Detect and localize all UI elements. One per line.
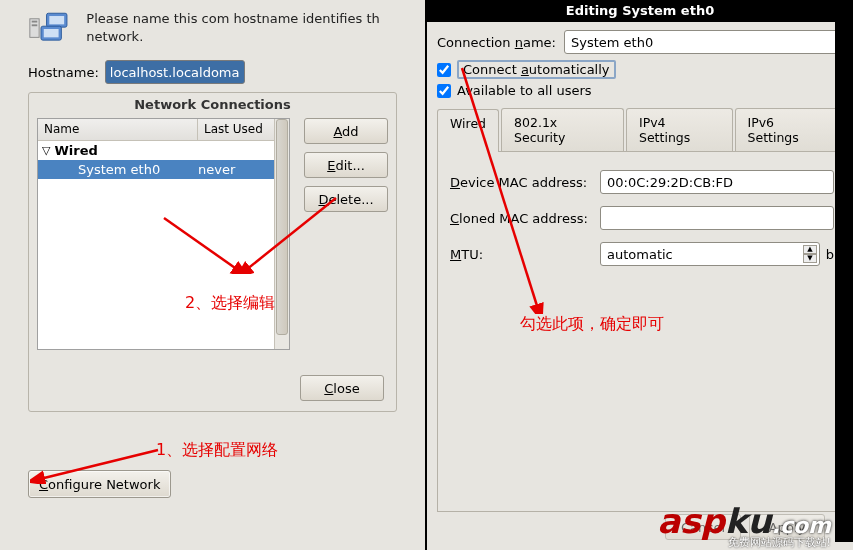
spin-down-icon[interactable]: ▼ (803, 254, 816, 263)
close-button[interactable]: Close (300, 375, 384, 401)
scrollbar[interactable] (274, 119, 289, 349)
network-hosts-icon (28, 10, 74, 48)
info-row: Please name this com hostname identifies… (0, 0, 425, 56)
add-button[interactable]: Add (304, 118, 388, 144)
tab-ipv6[interactable]: IPv6 Settings (735, 108, 842, 151)
mtu-label: MTU: (450, 247, 600, 262)
connection-name-input[interactable] (564, 30, 843, 54)
tab-ipv4[interactable]: IPv4 Settings (626, 108, 733, 151)
svg-rect-2 (32, 24, 38, 26)
row-name: System eth0 (38, 162, 198, 177)
cloned-mac-label: Cloned MAC address: (450, 211, 600, 226)
tab-8021x[interactable]: 802.1x Security (501, 108, 624, 151)
delete-button[interactable]: Delete... (304, 186, 388, 212)
hostname-row: Hostname: (0, 56, 425, 90)
mtu-value: automatic (607, 247, 673, 262)
avail-all-checkbox[interactable] (437, 84, 451, 98)
connect-auto-checkbox[interactable] (437, 63, 451, 77)
svg-rect-1 (32, 21, 38, 23)
hostname-label: Hostname: (28, 65, 99, 80)
header-last-used: Last Used (198, 119, 274, 140)
spin-up-icon[interactable]: ▲ (803, 245, 816, 254)
network-connections-dialog: Network Connections Name Last Used ▽ Wir… (28, 92, 397, 412)
connection-name-label: Connection name: (437, 35, 556, 50)
edit-connection-dialog: Editing System eth0 Connection name: Con… (425, 0, 853, 550)
configure-network-button[interactable]: Configure Network (28, 470, 171, 498)
mtu-unit: b (826, 247, 834, 262)
connection-list[interactable]: Name Last Used ▽ Wired System eth0 never (37, 118, 290, 350)
svg-rect-4 (49, 16, 64, 24)
triangle-down-icon: ▽ (42, 144, 50, 157)
cloned-mac-input[interactable] (600, 206, 834, 230)
edit-button[interactable]: Edit... (304, 152, 388, 178)
info-text: Please name this com hostname identifies… (86, 10, 415, 45)
connection-name-row: Connection name: (427, 22, 853, 58)
connection-row-selected[interactable]: System eth0 never (38, 160, 274, 179)
svg-rect-6 (44, 29, 59, 37)
avail-all-label: Available to all users (457, 83, 592, 98)
header-name: Name (38, 119, 198, 140)
device-mac-input[interactable] (600, 170, 834, 194)
nc-title: Network Connections (29, 93, 396, 118)
hostname-input[interactable] (105, 60, 245, 84)
row-lastused: never (198, 162, 274, 177)
wired-tabpage: Device MAC address: Cloned MAC address: … (437, 152, 843, 512)
tab-wired[interactable]: Wired (437, 109, 499, 152)
tabs: Wired 802.1x Security IPv4 Settings IPv6… (437, 108, 843, 152)
watermark: aspku.com 免费网站源码下载站! (657, 501, 831, 550)
group-wired[interactable]: ▽ Wired (38, 141, 274, 160)
dialog-title: Editing System eth0 (427, 0, 853, 22)
black-border (835, 12, 853, 542)
mtu-spinbox[interactable]: automatic ▲▼ (600, 242, 820, 266)
wizard-panel: Please name this com hostname identifies… (0, 0, 425, 550)
device-mac-label: Device MAC address: (450, 175, 600, 190)
connect-auto-label: Connect automatically (457, 60, 616, 79)
list-headers: Name Last Used (38, 119, 274, 141)
group-label: Wired (54, 143, 97, 158)
